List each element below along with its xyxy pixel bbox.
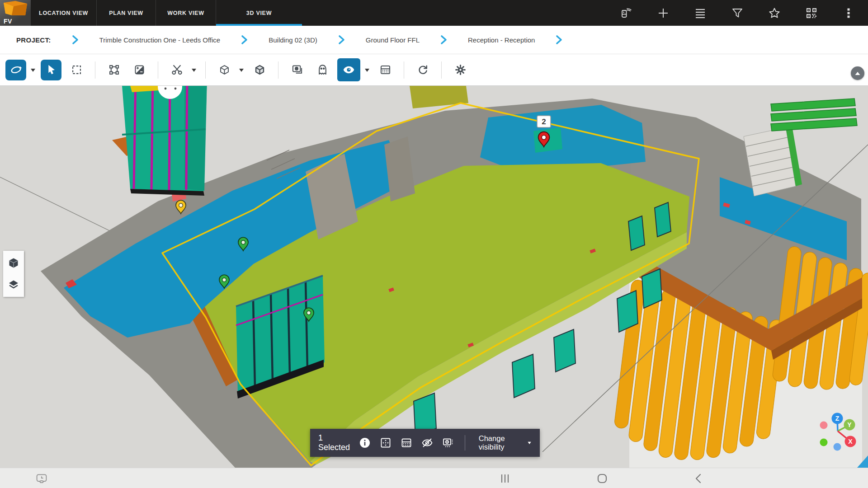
info-button[interactable]: [359, 436, 371, 450]
breadcrumb-item-room[interactable]: Reception - Reception: [468, 36, 535, 44]
layers-icon: [8, 279, 19, 291]
gear-icon: [454, 64, 467, 76]
solid-view-button[interactable]: [249, 60, 270, 80]
ghost-icon: [316, 64, 329, 76]
settings-button[interactable]: [450, 60, 471, 80]
collapse-toolbar-button[interactable]: [851, 66, 864, 80]
screen-clock-button[interactable]: [28, 468, 55, 488]
favorite-star-icon[interactable]: [769, 7, 780, 19]
select-tool-button[interactable]: [41, 60, 61, 80]
change-visibility-caret[interactable]: [527, 441, 532, 445]
dither-selection-button[interactable]: [401, 436, 412, 450]
contrast-tool-button[interactable]: [129, 60, 150, 80]
tab-plan-view[interactable]: PLAN VIEW: [97, 0, 156, 26]
axis-y[interactable]: Y: [844, 419, 855, 431]
recents-icon: [499, 473, 511, 484]
isolate-selection-button[interactable]: [442, 436, 454, 450]
toolbar-divider: [205, 61, 206, 79]
toolbar-divider: [158, 61, 158, 79]
view-tabs: LOCATION VIEW PLAN VIEW WORK VIEW 3D VIE…: [31, 0, 302, 26]
contrast-icon: [133, 64, 146, 76]
home-button[interactable]: [589, 468, 616, 488]
chevron-up-icon: [855, 71, 860, 75]
chevron-right-icon: [338, 35, 345, 45]
image-eye-icon: [291, 64, 303, 76]
visibility-tool-button[interactable]: [337, 58, 360, 81]
selection-action-bar: 1 Selected: [310, 429, 540, 457]
breadcrumb-item-floor[interactable]: Ground Floor FFL: [366, 36, 420, 44]
breadcrumb-item-building[interactable]: Building 02 (3D): [269, 36, 317, 44]
model-cube-button[interactable]: [8, 257, 19, 269]
marquee-select-button[interactable]: [66, 60, 87, 80]
toolbar-divider: [278, 61, 278, 79]
transform-icon: [108, 64, 120, 76]
breadcrumb-item-project[interactable]: Trimble Construction One - Leeds Office: [99, 36, 221, 44]
top-app-bar: FV LOCATION VIEW PLAN VIEW WORK VIEW 3D …: [0, 0, 868, 26]
topbar-actions: [620, 0, 868, 26]
logo-text: FV: [4, 18, 12, 25]
app-logo[interactable]: FV: [0, 0, 31, 26]
screen-clock-icon: [36, 473, 47, 484]
change-visibility-button[interactable]: Change visibility: [479, 434, 518, 451]
breadcrumb: PROJECT: Trimble Construction One - Leed…: [0, 26, 868, 54]
visibility-dropdown-caret[interactable]: [364, 68, 370, 72]
filter-icon[interactable]: [731, 7, 743, 19]
svg-text:Z: Z: [835, 415, 840, 422]
tab-location-view[interactable]: LOCATION VIEW: [31, 0, 97, 26]
view-options-panel: [3, 251, 24, 297]
chevron-right-icon: [556, 35, 562, 45]
cube-view-button[interactable]: [214, 60, 235, 80]
hide-selection-button[interactable]: [421, 436, 433, 450]
svg-text:Y: Y: [847, 421, 852, 428]
fit-selection-button[interactable]: [380, 436, 392, 450]
orbit-dropdown-caret[interactable]: [30, 68, 36, 72]
more-menu-icon[interactable]: [843, 7, 854, 19]
dither-tool-button[interactable]: [375, 60, 396, 80]
marker-label: 2: [542, 117, 546, 126]
cut-tool-button[interactable]: [166, 60, 187, 80]
tab-3d-view[interactable]: 3D VIEW: [216, 0, 302, 26]
axis-x-negative[interactable]: [820, 422, 828, 429]
image-overlay-button[interactable]: [287, 60, 307, 80]
3d-model-scene[interactable]: 2 Z Y X: [0, 86, 868, 468]
back-button[interactable]: [685, 468, 712, 488]
qr-scan-icon[interactable]: [806, 7, 817, 19]
ghost-mode-button[interactable]: [312, 60, 333, 80]
chevron-right-icon: [72, 35, 79, 45]
toolbar-divider: [441, 61, 442, 79]
cube-dropdown-caret[interactable]: [238, 68, 245, 72]
info-icon: [359, 437, 371, 449]
dither-icon: [401, 437, 412, 449]
add-icon[interactable]: [657, 7, 669, 19]
home-icon: [596, 473, 608, 484]
refresh-button[interactable]: [412, 60, 433, 80]
isolate-icon: [442, 437, 454, 449]
axis-y-negative[interactable]: [820, 439, 828, 446]
axis-z-negative[interactable]: [834, 443, 841, 451]
marquee-icon: [71, 64, 83, 76]
orbit-icon: [10, 64, 22, 76]
system-navigation-bar: [0, 468, 868, 488]
layers-button[interactable]: [8, 279, 19, 291]
fit-selection-icon: [380, 437, 392, 449]
recents-button[interactable]: [491, 468, 519, 488]
axis-x[interactable]: X: [845, 436, 856, 447]
tab-work-view[interactable]: WORK VIEW: [156, 0, 216, 26]
list-icon[interactable]: [694, 7, 706, 19]
cut-dropdown-caret[interactable]: [191, 68, 197, 72]
back-icon: [693, 473, 704, 484]
scissors-icon: [171, 64, 183, 76]
axis-z[interactable]: Z: [832, 413, 843, 424]
orbit-tool-button[interactable]: [5, 60, 26, 80]
selection-count: 1 Selected: [318, 433, 350, 452]
toolbar-divider: [404, 61, 404, 79]
svg-text:X: X: [848, 438, 853, 445]
selection-bar-divider: [465, 435, 465, 450]
dither-icon: [379, 64, 392, 76]
transform-tool-button[interactable]: [104, 60, 124, 80]
remote-connect-icon[interactable]: [620, 7, 632, 19]
3d-viewport[interactable]: 2 Z Y X: [0, 86, 868, 468]
chevron-right-icon: [440, 35, 447, 45]
3d-toolbar: [0, 54, 868, 86]
cube-filled-icon: [8, 257, 19, 269]
